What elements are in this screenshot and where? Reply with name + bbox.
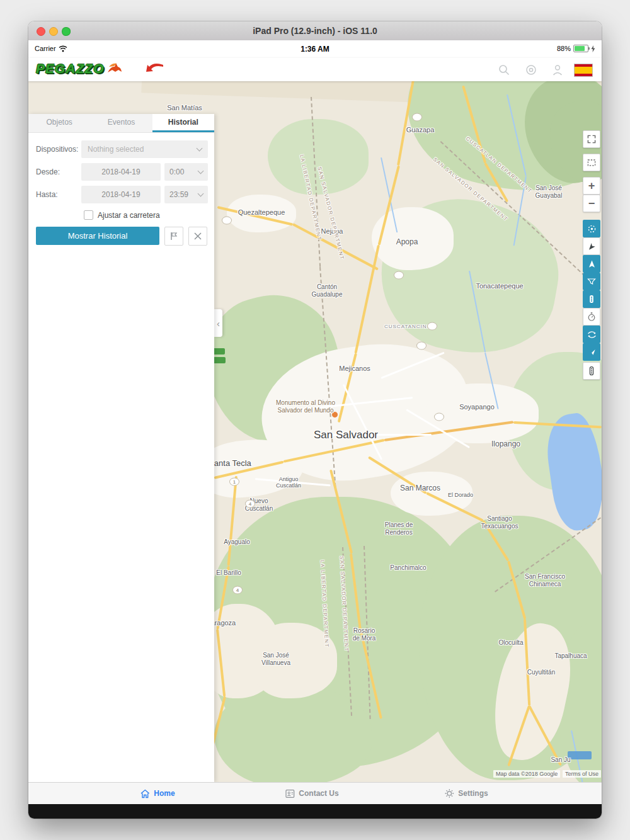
panel-collapse-handle[interactable]: ‹: [214, 309, 222, 337]
traffic-light-icon: [587, 294, 597, 304]
map-label: San José Villanueva: [261, 652, 290, 666]
map-label: Santa Tecla: [209, 459, 251, 468]
fullscreen-button[interactable]: [583, 130, 600, 148]
chevron-down-icon: [197, 145, 203, 152]
fit-bounds-button[interactable]: [583, 273, 600, 290]
panel-tabs: Objetos Eventos Historial: [28, 114, 214, 133]
map-label: Guazapa: [406, 126, 435, 134]
flag-button[interactable]: [164, 227, 183, 246]
user-icon[interactable]: [551, 64, 564, 76]
app-header: PEGAZZO: [28, 58, 602, 81]
traffic-signal-icon: [587, 366, 597, 376]
devices-select-value: Nothing selected: [88, 145, 144, 154]
map-label: El Dorado: [448, 492, 473, 498]
map-label: Panchimalco: [390, 564, 426, 572]
map-terms-link[interactable]: Terms of Use: [563, 770, 601, 778]
gear-icon: [444, 788, 454, 798]
tab-objetos[interactable]: Objetos: [28, 114, 90, 132]
from-date-input[interactable]: 2018-04-19: [81, 163, 161, 181]
flag-icon: [169, 232, 178, 241]
content-area: San MatíasGuazapaQuezaltepequeNejapaApop…: [28, 81, 602, 782]
map-pin-icon: [587, 242, 597, 251]
cluster-toggle-button[interactable]: [583, 220, 600, 237]
chevron-down-icon: [198, 168, 204, 174]
map-label: Antiguo Cuscatlán: [276, 476, 301, 489]
bounds-icon: [587, 157, 597, 167]
nav-contact-label: Contact Us: [299, 789, 338, 798]
traffic-toggle-button[interactable]: [583, 290, 600, 308]
device-bezel: [28, 803, 602, 819]
back-button[interactable]: [146, 62, 164, 76]
follow-location-button[interactable]: [583, 255, 600, 273]
road-shield: [222, 217, 232, 225]
contact-card-icon: [285, 789, 295, 798]
signals-button[interactable]: [583, 362, 600, 380]
stopwatch-icon: [587, 312, 597, 322]
titlebar: iPad Pro (12.9-inch) - iOS 11.0: [28, 21, 602, 41]
nav-home[interactable]: Home: [140, 783, 175, 804]
road-shield: 4: [232, 586, 243, 594]
history-panel: Objetos Eventos Historial Dispositivos: …: [28, 114, 214, 782]
map-label: El Barillo: [216, 569, 241, 577]
route-badge: [213, 357, 226, 363]
map-label: Planes de Renderos: [385, 521, 413, 536]
map-attribution: Map data ©2018 Google: [493, 770, 560, 778]
map-label: San Ju: [551, 756, 570, 764]
show-history-button[interactable]: Mostrar Historial: [36, 227, 159, 245]
road-shield: [394, 271, 404, 280]
road-shield: 1: [229, 478, 239, 486]
map-label: Ilopango: [491, 440, 520, 449]
close-panel-button[interactable]: [188, 227, 207, 246]
status-bar: Carrier 1:36 AM 88%: [28, 40, 602, 58]
timer-button[interactable]: [583, 308, 600, 326]
from-time-select[interactable]: 0:00: [164, 163, 208, 181]
search-icon[interactable]: [498, 64, 510, 76]
chevron-down-icon: [198, 191, 204, 197]
nav-contact-us[interactable]: Contact Us: [285, 783, 338, 804]
map-label: San Marcos: [400, 484, 440, 493]
status-time: 1:36 AM: [28, 45, 602, 54]
home-icon: [140, 789, 150, 798]
to-date-input[interactable]: 2018-04-19: [81, 186, 161, 203]
map-label: Santiago Texacuangos: [481, 515, 518, 530]
map-label: Monumento al Divino Salvador del Mundo: [276, 399, 335, 414]
snap-to-road-checkbox[interactable]: [84, 210, 93, 220]
map-bounds-button[interactable]: [583, 154, 600, 171]
language-flag-spain[interactable]: [574, 64, 593, 77]
charging-bolt-icon: [591, 45, 595, 52]
window-title: iPad Pro (12.9-inch) - iOS 11.0: [28, 21, 602, 40]
zoom-in-button[interactable]: +: [583, 177, 600, 195]
navigation-arrow-icon: [587, 259, 597, 269]
road-shield: 4: [245, 500, 255, 508]
nav-home-label: Home: [154, 789, 175, 798]
map-label: Soyapango: [459, 403, 495, 411]
devices-select[interactable]: Nothing selected: [81, 140, 208, 158]
map-label: San Salvador: [314, 429, 378, 441]
to-time-select[interactable]: 23:59: [164, 186, 208, 203]
map-label: Ayagualo: [224, 538, 250, 546]
nav-settings[interactable]: Settings: [444, 783, 488, 804]
to-time-value: 23:59: [169, 190, 188, 199]
marker-toggle-button[interactable]: [583, 237, 600, 255]
tab-historial[interactable]: Historial: [152, 114, 214, 132]
road-shield: [416, 342, 427, 350]
map-label: Tonacatepeque: [476, 282, 523, 290]
road-shield: [412, 113, 422, 122]
tab-eventos[interactable]: Eventos: [90, 114, 152, 132]
zoom-out-button[interactable]: −: [583, 195, 600, 212]
routes-button[interactable]: [583, 326, 600, 343]
snap-to-road-label: Ajustar a carretera: [98, 211, 160, 220]
map-label: San Francisco Chinameca: [525, 573, 565, 587]
nav-settings-label: Settings: [458, 789, 488, 798]
cluster-icon: [587, 224, 597, 234]
heading-button[interactable]: [583, 343, 600, 361]
from-time-value: 0:00: [169, 167, 184, 176]
pegazzo-logo[interactable]: PEGAZZO: [36, 61, 123, 76]
map-label: Tapalhuaca: [554, 652, 587, 660]
target-icon[interactable]: [525, 64, 537, 76]
close-icon: [194, 232, 202, 240]
to-label: Hasta:: [36, 190, 81, 199]
map-label: Cantón Guadalupe: [312, 283, 343, 298]
pegasus-icon: [106, 61, 123, 76]
fullscreen-icon: [587, 134, 597, 144]
